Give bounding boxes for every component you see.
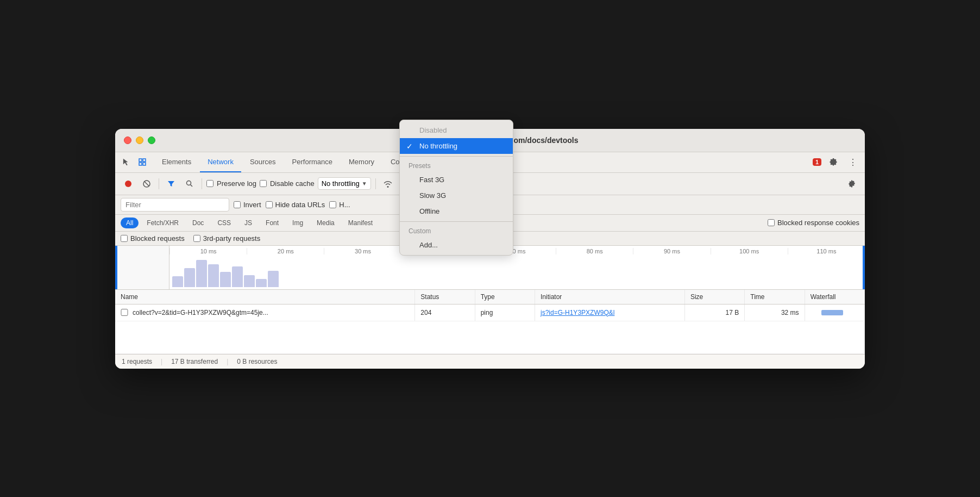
dropdown-separator-2 [400,221,513,222]
table-header: Name Status Type Initiator Size Time Wat… [115,290,865,305]
tick-20: 20 ms [247,248,324,254]
timeline-bar [172,276,183,287]
toolbar-divider-3 [375,178,376,189]
col-header-waterfall[interactable]: Waterfall [805,290,864,305]
waterfall-bar [821,310,843,315]
row-size: 17 B [684,304,744,321]
col-header-type[interactable]: Type [475,290,535,305]
issues-button[interactable]: 1 [813,158,821,166]
throttle-label: No throttling [322,179,360,188]
timeline-indicator-right [863,246,865,289]
timeline-area[interactable]: 10 ms 20 ms 30 ms 40 ms 50 ms 80 ms 90 m… [169,246,865,289]
row-waterfall [805,304,864,321]
table-row[interactable]: collect?v=2&tid=G-H1Y3PXZW9Q&gtm=45je...… [115,304,865,321]
col-header-time[interactable]: Time [745,290,805,305]
resources-size: 0 B resources [237,358,277,365]
third-party-checkbox[interactable]: 3rd-party requests [193,234,261,243]
tab-sources[interactable]: Sources [242,152,284,172]
row-status: 204 [415,304,475,321]
maximize-button[interactable] [148,136,155,144]
tab-performance[interactable]: Performance [285,152,340,172]
blocked-cookies-checkbox[interactable]: Blocked response cookies [768,219,859,227]
presets-section-label: Presets [400,159,513,172]
dropdown-separator-1 [400,156,513,157]
record-button[interactable] [121,176,136,191]
tab-memory[interactable]: Memory [341,152,382,172]
toolbar-divider-1 [159,178,159,189]
tab-network[interactable]: Network [200,152,241,172]
invert-checkbox[interactable]: Invert [234,201,261,209]
dropdown-item-fast-3g[interactable]: Fast 3G [400,172,513,188]
timeline-bar [184,268,195,287]
dropdown-item-disabled[interactable]: Disabled [400,122,513,138]
tab-icons [120,156,149,169]
dropdown-item-slow-3g[interactable]: Slow 3G [400,188,513,203]
type-btn-media[interactable]: Media [311,218,340,228]
timeline-bar [256,279,267,287]
disable-cache-checkbox[interactable]: Disable cache [260,179,315,188]
network-settings-button[interactable] [844,176,859,191]
type-btn-font[interactable]: Font [260,218,284,228]
preserve-log-checkbox[interactable]: Preserve log [206,179,256,188]
requests-count: 1 requests [122,358,152,365]
type-btn-img[interactable]: Img [287,218,309,228]
filter-button[interactable] [164,176,179,191]
settings-button[interactable] [826,154,841,170]
type-btn-manifest[interactable]: Manifest [343,218,378,228]
issues-badge: 1 [813,158,821,166]
filter-input[interactable] [121,198,229,212]
col-header-size[interactable]: Size [684,290,744,305]
type-btn-doc[interactable]: Doc [187,218,209,228]
row-time: 32 ms [745,304,805,321]
timeline-indicator-left [115,246,117,289]
row-checkbox[interactable] [121,309,128,316]
throttle-chevron-icon: ▼ [362,181,367,187]
dropdown-item-offline[interactable]: Offline [400,203,513,219]
type-filters-right: Blocked response cookies [768,219,859,227]
throttle-dropdown[interactable]: No throttling ▼ [318,177,371,190]
type-btn-css[interactable]: CSS [212,218,236,228]
traffic-lights [124,136,155,144]
custom-section-label: Custom [400,224,513,237]
toolbar-divider-2 [202,178,202,189]
svg-rect-3 [143,163,146,165]
minimize-button[interactable] [136,136,143,144]
type-btn-all[interactable]: All [121,218,139,228]
tick-30: 30 ms [324,248,401,254]
row-name[interactable]: collect?v=2&tid=G-H1Y3PXZW9Q&gtm=45je... [115,304,415,321]
tick-90: 90 ms [633,248,710,254]
row-initiator[interactable]: js?id=G-H1Y3PXZW9Q&l [535,304,685,321]
col-header-status[interactable]: Status [415,290,475,305]
dropdown-item-add[interactable]: Add... [400,237,513,253]
timeline-bar [232,266,243,287]
search-button[interactable] [182,176,197,191]
tick-80: 80 ms [556,248,633,254]
throttle-dropdown-menu: Disabled ✓ No throttling Presets Fast 3G… [399,120,513,256]
tab-elements[interactable]: Elements [154,152,199,172]
svg-rect-2 [139,163,142,165]
timeline-gutter [115,246,169,289]
hide-data-urls-checkbox[interactable]: Hide data URLs [266,201,325,209]
clear-button[interactable] [139,176,154,191]
row-type: ping [475,304,535,321]
check-icon: ✓ [406,142,413,151]
svg-line-6 [145,182,149,186]
hide-extension-checkbox[interactable]: H... [329,201,350,209]
svg-point-7 [187,181,191,185]
more-options-button[interactable]: ⋮ [845,154,860,170]
svg-rect-1 [143,159,146,161]
initiator-link[interactable]: js?id=G-H1Y3PXZW9Q&l [541,309,614,316]
wifi-conditions-button[interactable] [380,176,395,191]
svg-point-4 [125,181,131,187]
close-button[interactable] [124,136,131,144]
cursor-icon[interactable] [120,156,133,169]
inspect-icon[interactable] [136,156,149,169]
type-btn-fetch-xhr[interactable]: Fetch/XHR [141,218,184,228]
dropdown-item-no-throttling[interactable]: ✓ No throttling [400,138,513,154]
transferred-size: 17 B transferred [171,358,218,365]
empty-row [115,321,865,353]
blocked-requests-checkbox[interactable]: Blocked requests [121,234,185,243]
type-btn-js[interactable]: JS [239,218,257,228]
col-header-name[interactable]: Name [115,290,415,305]
col-header-initiator[interactable]: Initiator [535,290,685,305]
